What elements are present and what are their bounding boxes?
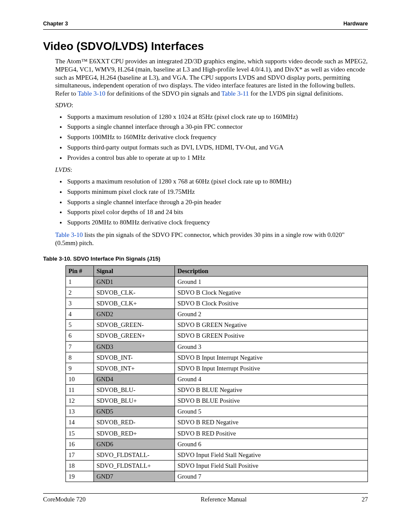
table-row: 7GND3Ground 3	[66, 341, 368, 352]
col-header-description: Description	[175, 265, 368, 276]
cell-pin: 11	[66, 385, 94, 395]
table-row: 2SDVOB_CLK-SDVO B Clock Negative	[66, 287, 368, 298]
cell-description: SDVO B Input Interrupt Negative	[175, 352, 368, 363]
cell-description: SDVO B RED Positive	[175, 428, 368, 439]
cell-signal: SDVOB_INT+	[94, 363, 175, 373]
cell-pin: 16	[66, 439, 94, 449]
list-item: Supports a maximum resolution of 1280 x …	[66, 177, 368, 186]
list-item: Supports third-party output formats such…	[66, 143, 368, 152]
cell-signal: SDVOB_CLK-	[94, 287, 175, 298]
cell-description: Ground 5	[175, 406, 368, 417]
after-bullets-tail: lists the pin signals of the SDVO FPC co…	[55, 231, 345, 246]
header-right: Hardware	[343, 21, 368, 28]
footer-left: CoreModule 720	[43, 495, 86, 503]
table-row: 16GND6Ground 6	[66, 439, 368, 449]
cell-pin: 2	[66, 287, 94, 298]
page-header: Chapter 3 Hardware	[43, 21, 368, 30]
table-row: 11SDVOB_BLU-SDVO B BLUE Negative	[66, 385, 368, 395]
table-row: 1GND1Ground 1	[66, 276, 368, 287]
col-header-pin: Pin #	[66, 265, 94, 276]
cell-description: Ground 3	[175, 341, 368, 352]
link-table-3-10-b[interactable]: Table 3-10	[55, 231, 83, 238]
cell-pin: 10	[66, 373, 94, 384]
cell-signal: SDVOB_RED+	[94, 428, 175, 439]
table-row: 8SDVOB_INT-SDVO B Input Interrupt Negati…	[66, 352, 368, 363]
cell-description: SDVO Input Field Stall Negative	[175, 449, 368, 460]
section-title: Video (SDVO/LVDS) Interfaces	[43, 39, 368, 53]
table-row: 14SDVOB_RED-SDVO B RED Negative	[66, 417, 368, 428]
table-row: 18SDVO_FLDSTALL+SDVO Input Field Stall P…	[66, 460, 368, 471]
cell-description: Ground 4	[175, 373, 368, 384]
cell-description: SDVO B Clock Negative	[175, 287, 368, 298]
table-header-row: Pin # Signal Description	[66, 265, 368, 276]
table-row: 9SDVOB_INT+SDVO B Input Interrupt Positi…	[66, 363, 368, 373]
cell-description: Ground 6	[175, 439, 368, 449]
cell-signal: GND2	[94, 309, 175, 320]
cell-pin: 7	[66, 341, 94, 352]
cell-signal: SDVOB_GREEN+	[94, 330, 175, 341]
sdvo-signals-table: Pin # Signal Description 1GND1Ground 12S…	[65, 265, 368, 482]
cell-pin: 18	[66, 460, 94, 471]
cell-description: SDVO Input Field Stall Positive	[175, 460, 368, 471]
cell-signal: SDVOB_BLU+	[94, 395, 175, 406]
list-item: Supports pixel color depths of 18 and 24…	[66, 208, 368, 216]
table-row: 6SDVOB_GREEN+SDVO B GREEN Positive	[66, 330, 368, 341]
cell-signal: SDVOB_GREEN-	[94, 320, 175, 330]
lvds-label: LVDS:	[55, 166, 368, 174]
table-row: 10GND4Ground 4	[66, 373, 368, 384]
cell-description: Ground 1	[175, 276, 368, 287]
cell-pin: 19	[66, 471, 94, 482]
lvds-bullet-list: Supports a maximum resolution of 1280 x …	[55, 177, 368, 227]
cell-pin: 17	[66, 449, 94, 460]
intro-text-b: for definitions of the SDVO pin signals …	[106, 90, 221, 97]
sdvo-bullet-list: Supports a maximum resolution of 1280 x …	[55, 113, 368, 162]
table-row: 12SDVOB_BLU+SDVO B BLUE Positive	[66, 395, 368, 406]
page-footer: CoreModule 720 Reference Manual 27	[43, 493, 368, 503]
cell-description: SDVO B BLUE Positive	[175, 395, 368, 406]
cell-signal: GND5	[94, 406, 175, 417]
table-caption: Table 3-10. SDVO Interface Pin Signals (…	[43, 255, 368, 262]
cell-signal: GND4	[94, 373, 175, 384]
cell-pin: 12	[66, 395, 94, 406]
cell-description: SDVO B RED Negative	[175, 417, 368, 428]
table-row: 17SDVO_FLDSTALL-SDVO Input Field Stall N…	[66, 449, 368, 460]
cell-pin: 8	[66, 352, 94, 363]
list-item: Supports a maximum resolution of 1280 x …	[66, 113, 368, 121]
list-item: Supports a single channel interface thro…	[66, 198, 368, 206]
table-row: 3SDVOB_CLK+SDVO B Clock Positive	[66, 298, 368, 309]
cell-description: SDVO B Clock Positive	[175, 298, 368, 309]
cell-pin: 9	[66, 363, 94, 373]
cell-pin: 14	[66, 417, 94, 428]
cell-description: Ground 7	[175, 471, 368, 482]
list-item: Provides a control bus able to operate a…	[66, 154, 368, 162]
footer-right: 27	[361, 495, 368, 503]
table-row: 4GND2Ground 2	[66, 309, 368, 320]
intro-paragraph: The Atom™ E6XXT CPU provides an integrat…	[55, 57, 368, 98]
cell-signal: GND1	[94, 276, 175, 287]
cell-signal: GND3	[94, 341, 175, 352]
list-item: Supports 100MHz to 160MHz derivative clo…	[66, 133, 368, 141]
cell-description: SDVO B BLUE Negative	[175, 385, 368, 395]
cell-description: SDVO B GREEN Positive	[175, 330, 368, 341]
cell-signal: GND6	[94, 439, 175, 449]
table-row: 15SDVOB_RED+SDVO B RED Positive	[66, 428, 368, 439]
cell-pin: 1	[66, 276, 94, 287]
cell-pin: 3	[66, 298, 94, 309]
list-item: Supports 20MHz to 80MHz derivative clock…	[66, 218, 368, 227]
link-table-3-10[interactable]: Table 3-10	[78, 90, 105, 97]
cell-description: SDVO B GREEN Negative	[175, 320, 368, 330]
sdvo-label: SDVO:	[55, 101, 368, 109]
cell-signal: GND7	[94, 471, 175, 482]
table-row: 19GND7Ground 7	[66, 471, 368, 482]
cell-description: Ground 2	[175, 309, 368, 320]
cell-signal: SDVO_FLDSTALL-	[94, 449, 175, 460]
cell-signal: SDVOB_RED-	[94, 417, 175, 428]
cell-pin: 5	[66, 320, 94, 330]
cell-signal: SDVO_FLDSTALL+	[94, 460, 175, 471]
after-bullets-paragraph: Table 3-10 lists the pin signals of the …	[55, 231, 368, 247]
cell-signal: SDVOB_CLK+	[94, 298, 175, 309]
header-left: Chapter 3	[43, 21, 68, 28]
link-table-3-11[interactable]: Table 3-11	[221, 90, 249, 97]
cell-pin: 13	[66, 406, 94, 417]
table-row: 5SDVOB_GREEN-SDVO B GREEN Negative	[66, 320, 368, 330]
